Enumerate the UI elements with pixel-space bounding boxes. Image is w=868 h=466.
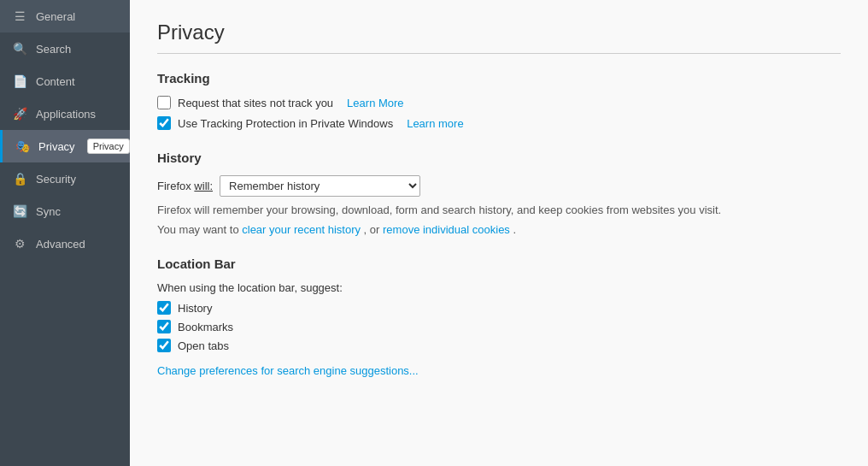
location-history-label: History: [178, 302, 212, 315]
history-links-before: You may want to: [157, 223, 242, 236]
tracking-title: Tracking: [157, 71, 841, 86]
tracking-option1-label: Request that sites not track you: [178, 97, 333, 109]
change-prefs-link[interactable]: Change preferences for search engine sug…: [157, 364, 419, 377]
sidebar-item-sync[interactable]: 🔄 Sync: [0, 195, 130, 227]
tracking-learn-more-link2[interactable]: Learn more: [407, 117, 463, 130]
location-history-checkbox[interactable]: [157, 301, 171, 315]
tracking-option2-row: Use Tracking Protection in Private Windo…: [157, 116, 841, 130]
history-links-middle: , or: [364, 223, 383, 236]
privacy-tooltip: Privacy: [87, 139, 130, 154]
title-divider: [157, 53, 841, 54]
sidebar-item-search[interactable]: 🔍 Search: [0, 32, 130, 65]
security-icon: 🔒: [12, 171, 27, 186]
location-bookmarks-label: Bookmarks: [178, 321, 233, 333]
tracking-option2-label: Use Tracking Protection in Private Windo…: [178, 117, 393, 130]
sidebar-item-advanced[interactable]: ⚙ Advanced: [0, 227, 130, 260]
applications-icon: 🚀: [12, 106, 27, 121]
clear-history-link[interactable]: clear your recent history: [242, 223, 361, 236]
location-opentabs-label: Open tabs: [178, 339, 229, 352]
sidebar-label-advanced: Advanced: [36, 238, 85, 251]
location-bookmarks-checkbox[interactable]: [157, 320, 171, 333]
sidebar-label-applications: Applications: [36, 108, 96, 121]
location-opentabs-row: Open tabs: [157, 339, 841, 352]
sidebar-label-search: Search: [36, 43, 71, 56]
sidebar-item-privacy[interactable]: 🎭 Privacy Privacy: [0, 130, 130, 162]
privacy-icon: 🎭: [15, 139, 30, 154]
sidebar-label-content: Content: [36, 75, 75, 88]
page-title: Privacy: [157, 21, 841, 44]
tracking-option1-row: Request that sites not track you Learn M…: [157, 96, 841, 109]
tracking-learn-more-link[interactable]: Learn More: [347, 97, 403, 109]
general-icon: ☰: [12, 9, 27, 24]
suggest-label: When using the location bar, suggest:: [157, 281, 841, 294]
tracking-section: Tracking Request that sites not track yo…: [157, 71, 841, 130]
sync-icon: 🔄: [12, 204, 27, 219]
history-info-text: Firefox will remember your browsing, dow…: [157, 204, 806, 216]
sidebar-item-security[interactable]: 🔒 Security: [0, 162, 130, 195]
history-dropdown-row: Firefox will: Remember history Never rem…: [157, 175, 841, 197]
history-section: History Firefox will: Remember history N…: [157, 150, 841, 236]
location-opentabs-checkbox[interactable]: [157, 339, 171, 352]
sidebar-item-content[interactable]: 📄 Content: [0, 65, 130, 97]
sidebar-label-privacy: Privacy: [38, 140, 75, 153]
history-links-after: .: [513, 223, 517, 236]
search-icon: 🔍: [12, 41, 27, 56]
sidebar-label-general: General: [36, 10, 75, 23]
sidebar-label-security: Security: [36, 173, 76, 186]
sidebar-item-general[interactable]: ☰ General: [0, 0, 130, 32]
location-bookmarks-row: Bookmarks: [157, 320, 841, 333]
location-history-row: History: [157, 301, 841, 315]
location-bar-title: Location Bar: [157, 257, 841, 271]
tracking-option2-checkbox[interactable]: [157, 116, 171, 130]
firefox-label: Firefox will:: [157, 180, 213, 192]
location-bar-section: Location Bar When using the location bar…: [157, 257, 841, 377]
history-dropdown[interactable]: Remember history Never remember history …: [220, 175, 420, 197]
history-links-row: You may want to clear your recent histor…: [157, 223, 841, 236]
remove-cookies-link[interactable]: remove individual cookies: [383, 223, 510, 236]
main-content: Privacy Tracking Request that sites not …: [130, 0, 868, 466]
content-icon: 📄: [12, 74, 27, 89]
sidebar-label-sync: Sync: [36, 205, 61, 218]
sidebar: ☰ General 🔍 Search 📄 Content 🚀 Applicati…: [0, 0, 130, 466]
history-title: History: [157, 150, 841, 165]
advanced-icon: ⚙: [12, 236, 27, 251]
tracking-option1-checkbox[interactable]: [157, 96, 171, 109]
sidebar-item-applications[interactable]: 🚀 Applications: [0, 97, 130, 130]
